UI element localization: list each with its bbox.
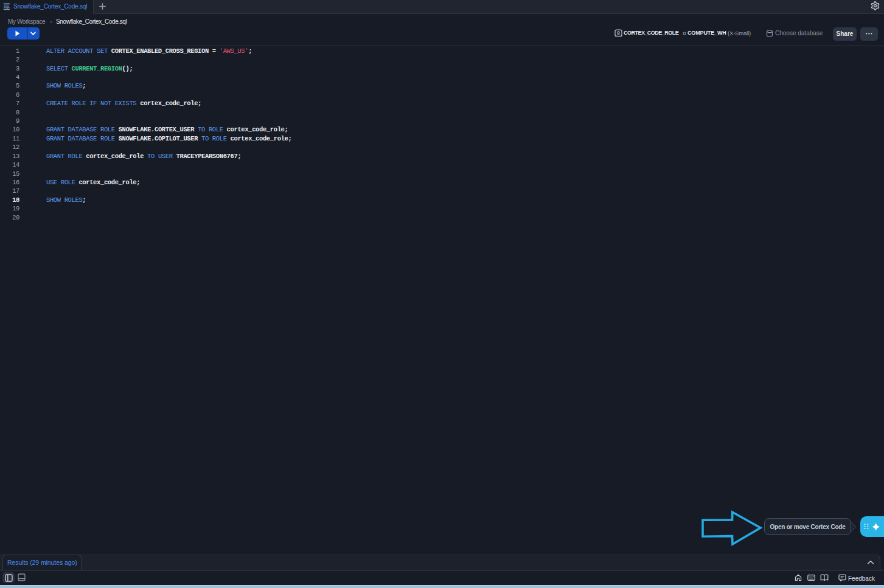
svg-text:SQL: SQL xyxy=(4,5,10,9)
